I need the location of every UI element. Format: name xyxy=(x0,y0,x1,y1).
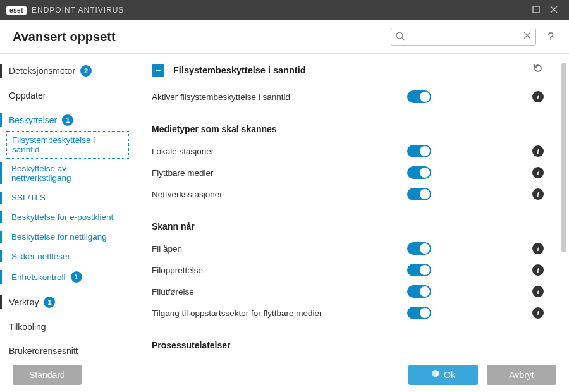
titlebar: eset ENDPOINT ANTIVIRUS xyxy=(0,0,569,20)
subheading-prosessutelatelser: Prosessutelatelser xyxy=(152,340,544,350)
search-icon xyxy=(395,31,405,44)
sidebar-item-nettilgang[interactable]: Beskyttelse for nettilgang xyxy=(0,227,133,247)
toggle-filutforelse[interactable] xyxy=(407,285,431,298)
setting-label: Nettverksstasjoner xyxy=(152,190,407,199)
setting-row: Filopprettelse i xyxy=(152,259,544,281)
search-wrap xyxy=(391,28,536,46)
sidebar-item-label: Beskyttelser xyxy=(9,115,57,125)
sidebar-item-label: Sikker nettleser xyxy=(11,252,70,261)
info-icon[interactable]: i xyxy=(532,286,544,297)
window-close-icon[interactable] xyxy=(545,5,563,15)
sidebar-item-deteksjonsmotor[interactable]: Deteksjonsmotor 2 xyxy=(0,60,133,82)
setting-label: Aktiver filsystembeskyttelse i sanntid xyxy=(152,92,407,102)
svg-point-1 xyxy=(396,32,403,39)
setting-row: Aktiver filsystembeskyttelse i sanntid i xyxy=(152,86,544,107)
product-name: ENDPOINT ANTIVIRUS xyxy=(32,6,124,15)
window-maximize-icon[interactable] xyxy=(527,5,545,15)
scrollbar[interactable] xyxy=(561,63,566,355)
setting-row: Lokale stasjoner i xyxy=(152,140,544,162)
setting-label: Fil åpen xyxy=(152,244,407,254)
sidebar-item-enhetskontroll[interactable]: Enhetskontroll 1 xyxy=(0,266,133,288)
sidebar-item-sikker-nettleser[interactable]: Sikker nettleser xyxy=(0,247,133,266)
sidebar-item-label: Beskyttelse av nettverkstilgang xyxy=(11,164,124,183)
sidebar-item-brukergrensesnitt[interactable]: Brukergrensesnitt xyxy=(0,341,133,355)
sidebar-item-label: Filsystembeskyttelse i sanntid xyxy=(12,135,123,154)
setting-row: Tilgang til oppstartssektor for flyttbar… xyxy=(152,302,544,324)
search-input[interactable] xyxy=(391,28,536,46)
setting-label: Filutførelse xyxy=(152,287,407,297)
revert-icon[interactable] xyxy=(532,63,544,77)
toggle-aktiver[interactable] xyxy=(407,90,431,103)
info-icon[interactable]: i xyxy=(532,145,544,157)
ok-button-label: Ok xyxy=(444,370,455,380)
sidebar-item-ssltls[interactable]: SSL/TLS xyxy=(0,188,133,207)
cancel-button[interactable]: Avbryt xyxy=(487,365,556,385)
subheading-medietyper: Medietyper som skal skannes xyxy=(152,124,544,134)
content-panel: Filsystembeskyttelse i sanntid Aktiver f… xyxy=(133,54,569,355)
header: Avansert oppsett ? xyxy=(0,20,569,54)
page-title: Avansert oppsett xyxy=(13,30,116,44)
sidebar-item-nettverkstilgang[interactable]: Beskyttelse av nettverkstilgang xyxy=(0,159,133,188)
sidebar-item-label: Verktøy xyxy=(9,297,39,307)
setting-label: Lokale stasjoner xyxy=(152,147,407,156)
info-icon[interactable]: i xyxy=(532,188,544,200)
setting-row: Nettverksstasjoner i xyxy=(152,183,544,205)
section-title: Filsystembeskyttelse i sanntid xyxy=(173,65,532,75)
setting-row: Fil åpen i xyxy=(152,238,544,259)
sidebar-item-filsystembeskyttelse[interactable]: Filsystembeskyttelse i sanntid xyxy=(6,131,129,159)
sidebar-item-label: Enhetskontroll xyxy=(11,273,66,282)
collapse-icon[interactable] xyxy=(152,64,164,77)
sidebar-item-label: Brukergrensesnitt xyxy=(9,346,78,355)
info-icon[interactable]: i xyxy=(532,264,544,276)
search-clear-icon[interactable] xyxy=(523,31,532,42)
sidebar-item-label: Oppdater xyxy=(9,90,46,101)
footer: Standard Ok Avbryt xyxy=(0,357,569,392)
sidebar-item-oppdater[interactable]: Oppdater xyxy=(0,85,133,106)
toggle-flyttbare-medier[interactable] xyxy=(407,166,431,179)
sidebar-item-epostklient[interactable]: Beskyttelse for e-postklient xyxy=(0,207,133,227)
sidebar: Deteksjonsmotor 2 Oppdater Beskyttelser … xyxy=(0,54,133,355)
toggle-filopprettelse[interactable] xyxy=(407,264,431,276)
sidebar-item-verktoy[interactable]: Verktøy 1 xyxy=(0,291,133,313)
setting-row: Flyttbare medier i xyxy=(152,162,544,183)
toggle-oppstartssektor[interactable] xyxy=(407,307,431,319)
info-icon[interactable]: i xyxy=(532,243,544,254)
sidebar-item-label: Beskyttelse for nettilgang xyxy=(11,232,107,242)
toggle-lokale-stasjoner[interactable] xyxy=(407,145,431,157)
sidebar-badge: 1 xyxy=(62,114,73,126)
svg-rect-0 xyxy=(533,6,539,13)
toggle-nettverksstasjoner[interactable] xyxy=(407,188,431,200)
svg-line-2 xyxy=(402,38,405,40)
ok-button[interactable]: Ok xyxy=(408,365,478,385)
toggle-fil-aapen[interactable] xyxy=(407,242,431,255)
setting-row: Filutførelse i xyxy=(152,281,544,302)
info-icon[interactable]: i xyxy=(532,307,544,319)
shield-icon xyxy=(431,369,440,380)
brand-logo: eset xyxy=(6,6,27,15)
help-button[interactable]: ? xyxy=(545,30,556,44)
setting-label: Flyttbare medier xyxy=(152,168,407,178)
sidebar-item-label: Beskyttelse for e-postklient xyxy=(11,212,113,222)
sidebar-item-label: Tilkobling xyxy=(9,322,46,332)
setting-label: Tilgang til oppstartssektor for flyttbar… xyxy=(152,309,407,318)
sidebar-item-tilkobling[interactable]: Tilkobling xyxy=(0,317,133,337)
svg-rect-3 xyxy=(156,70,161,71)
sidebar-item-label: Deteksjonsmotor xyxy=(9,66,75,76)
sidebar-badge: 1 xyxy=(44,297,55,308)
default-button[interactable]: Standard xyxy=(13,365,82,385)
scrollbar-thumb[interactable] xyxy=(561,63,566,252)
info-icon[interactable]: i xyxy=(532,91,544,102)
sidebar-badge: 2 xyxy=(80,65,92,77)
setting-label: Filopprettelse xyxy=(152,266,407,275)
section-head: Filsystembeskyttelse i sanntid xyxy=(152,63,544,77)
info-icon[interactable]: i xyxy=(532,167,544,178)
sidebar-item-beskyttelser[interactable]: Beskyttelser 1 xyxy=(0,109,133,131)
subheading-skann-naar: Skann når xyxy=(152,221,544,231)
sidebar-badge: 1 xyxy=(71,271,82,283)
sidebar-item-label: SSL/TLS xyxy=(11,193,46,202)
